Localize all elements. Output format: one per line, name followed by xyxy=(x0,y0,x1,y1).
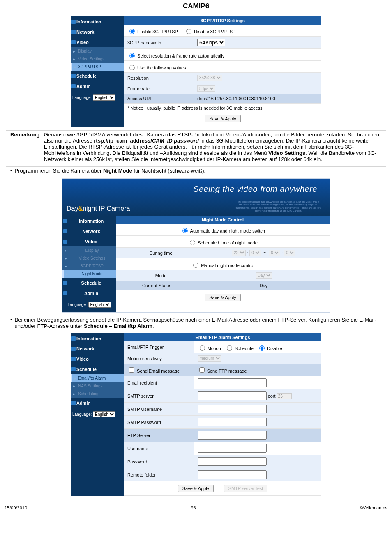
nav-information-2[interactable]: Information xyxy=(62,216,116,226)
nav-3gpp-2[interactable]: 3GPP/RTSP xyxy=(62,262,116,270)
username-label: Username xyxy=(124,442,194,455)
enable-3gpp-radio[interactable]: Enable 3GPP/RTSP xyxy=(127,29,178,34)
mode-select: Day xyxy=(256,272,272,279)
smtp-server-input[interactable] xyxy=(198,391,267,400)
remark-body: Genauso wie 3GPP/ISMA verwendet diese Ka… xyxy=(44,131,382,162)
nav-display[interactable]: Display xyxy=(71,47,124,55)
smtp-pass-input[interactable] xyxy=(198,418,267,426)
port-label: port xyxy=(268,394,276,398)
nav-network-2[interactable]: Network xyxy=(62,226,116,236)
send-ftp-check[interactable]: Send FTP message xyxy=(198,368,247,373)
hero-title: Seeing the video from anywhere xyxy=(193,184,317,194)
nav-video-3[interactable]: Video xyxy=(71,354,124,364)
nav-lang-select-2[interactable]: English xyxy=(88,302,111,308)
smtp-server-label: SMTP server xyxy=(124,389,194,403)
nav-schedule-3[interactable]: Schedule xyxy=(71,364,124,374)
nav-panel-2: Information Network Video Display Video … xyxy=(62,216,116,312)
nav-admin-3[interactable]: Admin xyxy=(71,398,124,408)
screenshot-email-ftp: Information Network Video Schedule Email… xyxy=(71,333,321,496)
nav-emailftp-3[interactable]: Email/ftp Alarm xyxy=(71,374,124,382)
during-time-label: During time xyxy=(116,248,198,258)
port-input[interactable] xyxy=(277,393,292,399)
sensitivity-label: Motion sensitivity xyxy=(124,353,194,364)
dh1-select: 22 xyxy=(232,250,246,256)
status-label: Current Status xyxy=(116,281,198,290)
sensitivity-select: medium xyxy=(198,355,221,362)
bullet-icon: • xyxy=(10,168,15,174)
save-apply-button-3[interactable]: Save & Apply xyxy=(178,485,214,492)
disable-radio[interactable]: Disable xyxy=(257,346,282,351)
auto-resolution-radio[interactable]: Select resolution & frame rate automatic… xyxy=(127,53,224,58)
recipient-label: Email recipient xyxy=(124,376,194,389)
nav-admin-2[interactable]: Admin xyxy=(62,288,116,298)
send-email-check[interactable]: Send Email message xyxy=(127,368,180,373)
save-apply-button-2[interactable]: Save & Apply xyxy=(205,294,240,301)
bandwidth-select[interactable]: 64Kbps xyxy=(197,39,225,46)
resolution-select: 352x288 xyxy=(197,75,222,81)
ftp-server-input[interactable] xyxy=(198,431,267,440)
nav-information-3[interactable]: Information xyxy=(71,333,124,343)
nav-video[interactable]: Video xyxy=(71,37,124,47)
footer-copyright: ©Velleman nv xyxy=(360,505,387,510)
notice-text: * Notice : usually, public IP address is… xyxy=(124,104,321,113)
remote-folder-label: Remote folder xyxy=(124,468,194,481)
footer-pagenum: 98 xyxy=(191,505,196,510)
resolution-label: Resolution xyxy=(124,73,194,83)
bullet-night-mode: Programmieren Sie die Kamera über Night … xyxy=(15,168,206,174)
nav-night-mode-2[interactable]: Night Mode xyxy=(62,270,116,278)
motion-radio[interactable]: Motion xyxy=(198,346,221,351)
nav-lang-select[interactable]: English xyxy=(93,94,115,101)
use-following-radio[interactable]: Use the following values xyxy=(127,65,186,70)
nav-video-settings-2[interactable]: Video Settings xyxy=(62,254,116,262)
nav-network-3[interactable]: Network xyxy=(71,343,124,354)
smtp-pass-label: SMTP Password xyxy=(124,416,194,429)
screenshot-3gpp: Information Network Video Display Video … xyxy=(71,16,321,127)
hero-fine-print: The simplest to learn from anywhere is t… xyxy=(235,200,321,212)
nav-lang-label-3: Language: xyxy=(72,412,92,417)
nav-schedule-2[interactable]: Schedule xyxy=(62,278,116,288)
nav-lang-select-3[interactable]: English xyxy=(93,411,115,417)
nav-information[interactable]: Information xyxy=(71,16,124,27)
smtp-user-label: SMTP Username xyxy=(124,403,194,416)
auto-switch-radio[interactable]: Automatic day and night mode switch xyxy=(180,228,265,233)
framerate-select: 5 fps xyxy=(197,85,215,92)
password-input[interactable] xyxy=(198,457,267,466)
nav-schedule[interactable]: Schedule xyxy=(71,71,124,81)
panel-header-3gpp: 3GPP/RTSP Settings xyxy=(124,16,321,25)
nav-3gpp[interactable]: 3GPP/RTSP xyxy=(71,63,124,71)
disable-3gpp-radio[interactable]: Disable 3GPP/RTSP xyxy=(184,29,235,34)
mode-label: Mode xyxy=(116,270,198,281)
bullet-icon: • xyxy=(10,317,15,329)
nav-network[interactable]: Network xyxy=(71,27,124,37)
scheduled-radio[interactable]: Scheduled time of night mode xyxy=(188,240,258,245)
access-url-value: rtsp://169.254.30.110/001030110.8100 xyxy=(194,94,321,104)
access-url-label: Access URL xyxy=(124,94,194,104)
save-apply-button-1[interactable]: Save & Apply xyxy=(205,115,240,122)
nav-scheduling-3[interactable]: Scheduling xyxy=(71,390,124,398)
nav-nas-3[interactable]: NAS Settings xyxy=(71,382,124,390)
bullet-email-ftp: Bei einer Bewegungserfassung sendet die … xyxy=(15,317,382,329)
nav-lang-label: Language: xyxy=(72,95,92,100)
nav-admin[interactable]: Admin xyxy=(71,81,124,91)
remote-folder-input[interactable] xyxy=(198,470,267,479)
username-input[interactable] xyxy=(198,444,267,453)
manual-radio[interactable]: Manual night mode control xyxy=(191,263,254,268)
recipient-input[interactable] xyxy=(198,378,267,387)
page-title: CAMIP6 xyxy=(0,0,392,13)
trigger-label: Email/FTP Trigger xyxy=(124,341,194,353)
hero-logo: Day&night IP Camera xyxy=(67,205,130,212)
smtp-test-button[interactable]: SMTP server test xyxy=(224,485,268,492)
panel-header-night: Night Mode Control xyxy=(116,216,330,224)
smtp-user-input[interactable] xyxy=(198,405,267,413)
ftp-server-label: FTP Server xyxy=(124,429,194,442)
footer-date: 15/09/2010 xyxy=(5,505,27,510)
nav-panel-1: Information Network Video Display Video … xyxy=(71,16,124,127)
dh2-select: 6 xyxy=(269,250,280,256)
nav-video-settings[interactable]: Video Settings xyxy=(71,55,124,63)
screenshot-night-mode: Seeing the video from anywhere Day&night… xyxy=(62,178,330,313)
framerate-label: Frame rate xyxy=(124,83,194,94)
schedule-radio[interactable]: Schedule xyxy=(225,346,254,351)
nav-panel-3: Information Network Video Schedule Email… xyxy=(71,333,124,496)
nav-video-2[interactable]: Video xyxy=(62,236,116,246)
nav-display-2[interactable]: Display xyxy=(62,246,116,254)
